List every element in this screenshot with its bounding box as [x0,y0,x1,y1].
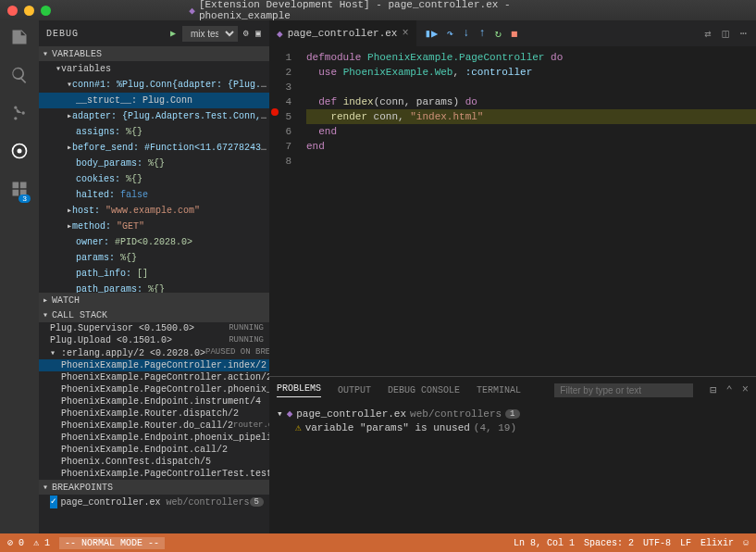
breakpoints-section[interactable]: Breakpoints [39,480,269,495]
stack-frame[interactable]: PhoenixExample.Router.dispatch/2 [39,408,269,420]
problems-list: ◆ page_controller.ex web/controllers 1 ⚠… [269,403,756,438]
maximize-window-icon[interactable] [41,6,51,16]
bottom-panel: Problems Output Debug Console Terminal ⊟… [269,376,756,533]
breakpoint-item[interactable]: ✓ page_controller.ex web/controllers 5 [39,495,269,509]
continue-icon[interactable]: ▮▶ [425,27,438,41]
eol[interactable]: LF [680,538,691,548]
breakpoint-checkbox[interactable]: ✓ [50,496,57,508]
code-content[interactable]: defmodule PhoenixExample.PageController … [299,46,756,376]
watch-section[interactable]: Watch [39,293,269,307]
debug-sidebar: DEBUG ▶ mix test ⚙ ▣ Variables variables… [39,20,269,533]
maximize-panel-icon[interactable]: ⌃ [726,383,733,397]
explorer-icon[interactable] [10,28,29,49]
var-body-params[interactable]: body_params: %{} [39,156,269,171]
feedback-icon[interactable]: ☺ [743,538,749,548]
stack-frame[interactable]: PhoenixExample.PageController.phoenix_co… [39,383,269,395]
variables-section[interactable]: Variables [39,46,269,61]
close-panel-icon[interactable]: × [742,383,749,397]
filter-input[interactable] [554,383,693,397]
var-before-send[interactable]: before_send: #Function<11.67278243/1 in … [39,140,269,156]
breakpoint-marker[interactable] [271,108,279,116]
compare-icon[interactable]: ⇄ [704,27,711,41]
cursor-position[interactable]: Ln 8, Col 1 [514,538,575,548]
window-title: ◆ [Extension Development Host] - page_co… [189,0,567,21]
debug-config-select[interactable]: mix test [182,26,238,42]
start-debug-icon[interactable]: ▶ [170,28,177,39]
stack-frame[interactable]: Plug.Supervisor <0.1500.0>RUNNING [39,322,269,334]
minimize-window-icon[interactable] [24,6,34,16]
var-adapter[interactable]: adapter: {Plug.Adapters.Test.Conn, %{chu… [39,108,269,124]
var-method[interactable]: method: "GET" [39,219,269,234]
code-editor[interactable]: 12345678 defmodule PhoenixExample.PageCo… [269,46,756,376]
step-into-icon[interactable]: ↓ [463,27,469,40]
search-icon[interactable] [10,66,29,87]
svg-point-1 [18,149,22,154]
extensions-badge: 3 [19,194,31,203]
var-owner[interactable]: owner: #PID<0.2028.0> [39,234,269,250]
close-tab-icon[interactable]: × [402,27,408,40]
stack-frame[interactable]: PhoenixExample.Endpoint.call/2 [39,444,269,456]
var-conn[interactable]: conn#1: %Plug.Conn{adapter: {Plug.Adapte… [39,77,269,93]
stack-frame[interactable]: PhoenixExample.PageControllerTest.test G… [39,468,269,480]
var-path-params[interactable]: path_params: %{} [39,282,269,293]
debug-controls: ▮▶ ↷ ↓ ↑ ↻ ◼ [425,27,518,41]
collapse-icon[interactable]: ⊟ [710,383,716,397]
split-editor-icon[interactable]: ◫ [723,27,729,41]
line-gutter: 12345678 [269,46,299,376]
extensions-icon[interactable]: 3 [10,180,29,201]
stack-frame[interactable]: Phoenix.ConnTest.dispatch/5 [39,456,269,468]
output-tab[interactable]: Output [338,385,371,395]
activity-bar: 3 [0,20,39,533]
encoding[interactable]: UTF-8 [643,538,671,548]
stack-frame[interactable]: PhoenixExample.PageController.action/2 [39,371,269,383]
variables-scope[interactable]: variables [39,61,269,77]
debug-console-tab[interactable]: Debug Console [388,385,460,395]
status-warnings[interactable]: ⚠ 1 [33,537,50,548]
step-over-icon[interactable]: ↷ [447,27,453,41]
debug-icon[interactable] [10,142,29,163]
panel-filter [554,383,693,397]
elixir-icon: ◆ [189,5,195,17]
console-icon[interactable]: ▣ [255,28,262,39]
language-mode[interactable]: Elixir [700,538,734,548]
scm-icon[interactable] [10,104,29,125]
elixir-icon: ◆ [287,408,293,420]
stop-icon[interactable]: ◼ [511,27,517,41]
stack-frame[interactable]: PhoenixExample.Router.do_call/2router.ex… [39,420,269,432]
problem-file[interactable]: ◆ page_controller.ex web/controllers 1 [277,407,749,420]
problem-item[interactable]: ⚠ variable "params" is unused (4, 19) [277,420,749,434]
step-out-icon[interactable]: ↑ [479,27,486,40]
var-host[interactable]: host: "www.example.com" [39,203,269,219]
stack-frame[interactable]: ▾ :erlang.apply/2 <0.2028.0>PAUSED ON BR… [39,346,269,359]
more-icon[interactable]: ⋯ [740,27,747,41]
panel-tabs: Problems Output Debug Console Terminal ⊟… [269,377,756,403]
title-bar: ◆ [Extension Development Host] - page_co… [0,0,756,20]
editor-tab[interactable]: ◆ page_controller.ex × [269,20,417,46]
var-params[interactable]: params: %{} [39,250,269,266]
var-cookies[interactable]: cookies: %{} [39,171,269,187]
var-assigns[interactable]: assigns: %{} [39,124,269,140]
status-bar: ⊘ 0 ⚠ 1 -- NORMAL MODE -- Ln 8, Col 1 Sp… [0,533,756,552]
warning-icon: ⚠ [295,421,302,433]
problems-tab[interactable]: Problems [277,383,321,397]
close-window-icon[interactable] [7,6,18,16]
terminal-tab[interactable]: Terminal [477,385,521,395]
var-halted[interactable]: halted: false [39,187,269,203]
stack-frame[interactable]: PhoenixExample.PageController.index/2 [39,359,269,371]
tabs-bar: ◆ page_controller.ex × ▮▶ ↷ ↓ ↑ ↻ ◼ ⇄ ◫ … [269,20,756,46]
callstack-section[interactable]: Call Stack [39,307,269,322]
elixir-icon: ◆ [277,28,283,40]
status-errors[interactable]: ⊘ 0 [7,537,24,548]
var-path-info[interactable]: path_info: [] [39,266,269,282]
window-controls [7,6,51,16]
debug-header: DEBUG ▶ mix test ⚙ ▣ [39,20,269,46]
vim-mode: -- NORMAL MODE -- [59,537,165,549]
stack-frame[interactable]: Plug.Upload <0.1501.0>RUNNING [39,334,269,346]
editor-area: ◆ page_controller.ex × ▮▶ ↷ ↓ ↑ ↻ ◼ ⇄ ◫ … [269,20,756,533]
gear-icon[interactable]: ⚙ [243,28,250,39]
stack-frame[interactable]: PhoenixExample.Endpoint.instrument/4 [39,395,269,408]
indentation[interactable]: Spaces: 2 [584,538,634,548]
var-struct[interactable]: __struct__: Plug.Conn [39,93,269,108]
stack-frame[interactable]: PhoenixExample.Endpoint.phoenix_pipeline… [39,432,269,444]
restart-icon[interactable]: ↻ [495,27,502,41]
